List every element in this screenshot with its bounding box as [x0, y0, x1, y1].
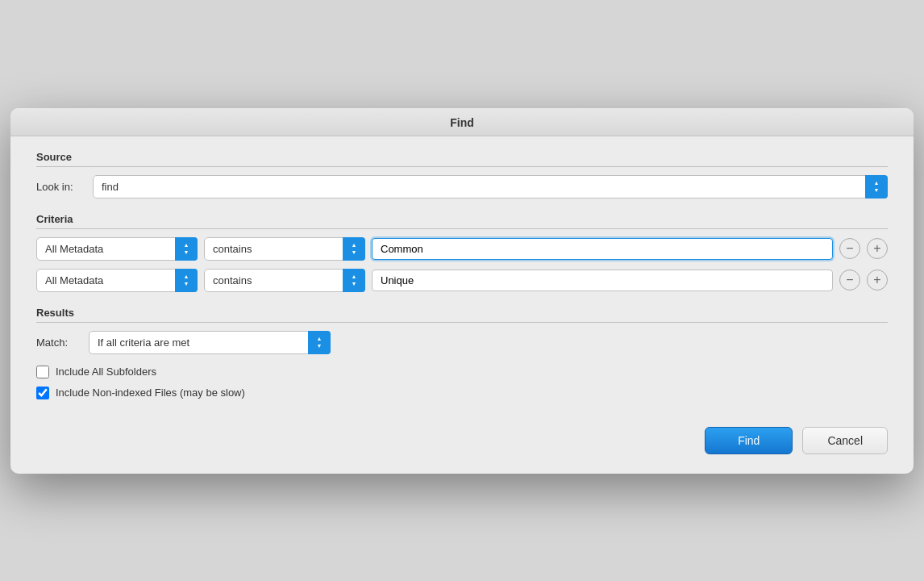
button-row: Find Cancel: [36, 417, 888, 454]
look-in-select[interactable]: find Documents Desktop Home: [93, 175, 888, 199]
include-nonindexed-label: Include Non-indexed Files (may be slow): [56, 387, 245, 399]
dialog-body: Source Look in: find Documents Desktop H…: [10, 136, 914, 474]
criteria-row1-remove-button[interactable]: −: [839, 238, 860, 259]
include-subfolders-label: Include All Subfolders: [56, 366, 156, 378]
look-in-select-wrapper: find Documents Desktop Home: [93, 175, 888, 199]
criteria-row-1: All Metadata File Name Kind Date Modifie…: [36, 237, 888, 261]
criteria-row2-condition-wrapper: contains does not contain starts with en…: [204, 269, 365, 292]
match-select-wrapper: If all criteria are met If any criteria …: [89, 331, 331, 354]
criteria-row1-condition-wrapper: contains does not contain starts with en…: [204, 237, 365, 261]
look-in-label: Look in:: [36, 181, 85, 193]
cancel-button[interactable]: Cancel: [802, 427, 888, 454]
criteria-row1-condition-select[interactable]: contains does not contain starts with en…: [204, 237, 365, 261]
criteria-row-2: All Metadata File Name Kind Date Modifie…: [36, 269, 888, 292]
source-section-header: Source: [36, 151, 888, 167]
include-nonindexed-row: Include Non-indexed Files (may be slow): [36, 387, 888, 399]
criteria-section: Criteria All Metadata File Name Kind Dat…: [36, 213, 888, 292]
criteria-row2-text-input[interactable]: [372, 270, 833, 291]
criteria-row2-metadata-wrapper: All Metadata File Name Kind Date Modifie…: [36, 269, 198, 292]
include-nonindexed-checkbox[interactable]: [36, 387, 49, 399]
match-row: Match: If all criteria are met If any cr…: [36, 331, 888, 354]
criteria-row1-metadata-wrapper: All Metadata File Name Kind Date Modifie…: [36, 237, 198, 261]
criteria-row2-add-button[interactable]: +: [867, 270, 888, 290]
criteria-row1-metadata-select[interactable]: All Metadata File Name Kind Date Modifie…: [36, 237, 198, 261]
results-section-header: Results: [36, 307, 888, 323]
dialog-title: Find: [450, 116, 474, 129]
checkboxes-section: Include All Subfolders Include Non-index…: [36, 366, 888, 399]
results-section: Results Match: If all criteria are met I…: [36, 307, 888, 399]
find-dialog: Find Source Look in: find Documents Desk…: [10, 108, 914, 474]
include-subfolders-row: Include All Subfolders: [36, 366, 888, 378]
criteria-row2-condition-select[interactable]: contains does not contain starts with en…: [204, 269, 365, 292]
criteria-section-header: Criteria: [36, 213, 888, 229]
criteria-row1-text-input[interactable]: [372, 238, 833, 260]
match-label: Match:: [36, 336, 81, 349]
criteria-row1-add-button[interactable]: +: [867, 238, 888, 259]
find-button[interactable]: Find: [705, 427, 793, 454]
look-in-row: Look in: find Documents Desktop Home: [36, 175, 888, 199]
dialog-title-bar: Find: [10, 108, 914, 136]
criteria-row2-remove-button[interactable]: −: [839, 270, 860, 290]
criteria-row2-metadata-select[interactable]: All Metadata File Name Kind Date Modifie…: [36, 269, 198, 292]
source-section: Source Look in: find Documents Desktop H…: [36, 151, 888, 199]
match-select[interactable]: If all criteria are met If any criteria …: [89, 331, 331, 354]
include-subfolders-checkbox[interactable]: [36, 366, 49, 378]
